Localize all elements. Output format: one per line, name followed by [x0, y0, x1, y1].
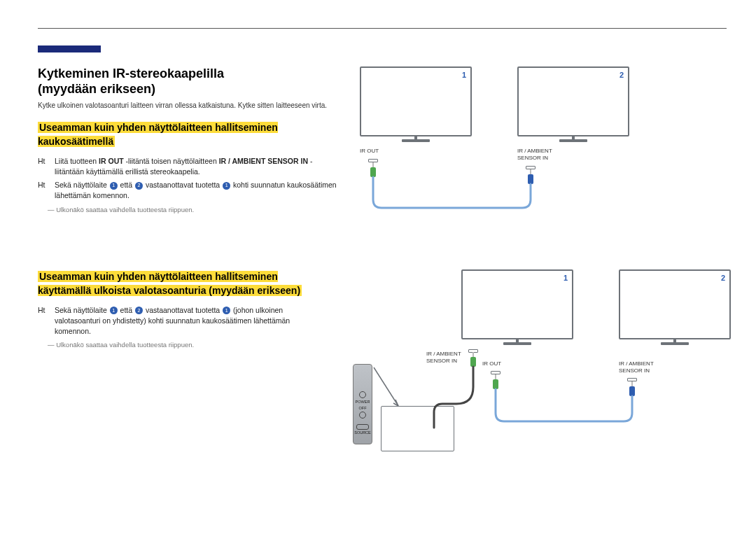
section-2-heading: Useamman kuin yhden näyttölaitteen halli…: [38, 269, 318, 298]
diagram-1-canvas: 1 2 IR OUT IR / AMBIENT SENSOR IN: [360, 66, 727, 227]
t: että: [118, 181, 134, 189]
label-iramb: IR / AMBIENT: [517, 148, 552, 154]
t: vastaanottavat tuotetta: [144, 306, 222, 314]
badge-1d: 1: [223, 307, 230, 314]
page-content: Kytkeminen IR-stereokaapelilla (myydään …: [38, 66, 727, 479]
section-1-heading: Useamman kuin yhden näyttölaitteen halli…: [38, 120, 339, 149]
t: -liitäntä toisen näyttölaitteen: [124, 157, 219, 165]
title-line1: Kytkeminen IR-stereokaapelilla: [38, 66, 224, 80]
intro-text: Kytke ulkoinen valotasoanturi laitteen v…: [38, 101, 339, 111]
t: vastaanottavat tuotetta: [144, 181, 222, 189]
diagram-2: 1 2 IR / AMBIENT SENSOR IN IR OUT IR / A…: [339, 269, 727, 479]
badge-1b: 1: [223, 182, 230, 190]
label-irout: IR OUT: [360, 148, 379, 154]
step-marker: Ht: [38, 305, 49, 337]
step-1b-body: Sekä näyttölaite 1 että 2 vastaanottavat…: [55, 305, 318, 337]
title-line2: (myydään erikseen): [38, 82, 155, 96]
t: Liitä tuotteen: [55, 157, 99, 165]
diagram-1: 1 2 IR OUT IR / AMBIENT SENSOR IN: [360, 66, 727, 227]
step-1-body: Liitä tuotteen IR OUT -liitäntä toisen n…: [55, 156, 339, 177]
monitor-2-num: 2: [620, 71, 624, 79]
badge-2c: 2: [135, 307, 143, 314]
t: Sekä näyttölaite: [55, 181, 109, 189]
bold-irout: IR OUT: [99, 157, 124, 165]
badge-1: 1: [110, 182, 118, 190]
section-1-row: Kytkeminen IR-stereokaapelilla (myydään …: [38, 66, 727, 227]
badge-2: 2: [135, 182, 143, 190]
stand-base: [402, 139, 430, 142]
blue-tab: [38, 45, 101, 52]
note-2: Ulkonäkö saattaa vaihdella tuotteesta ri…: [48, 341, 318, 349]
stand-base: [559, 139, 587, 142]
step-1b: Ht Sekä näyttölaite 1 että 2 vastaanotta…: [38, 305, 318, 337]
badge-1c: 1: [110, 307, 118, 314]
top-rule: [38, 28, 727, 29]
section-2-heading-text: Useamman kuin yhden näyttölaitteen halli…: [38, 271, 302, 296]
monitor-1: 1: [360, 66, 472, 136]
step-marker: Ht: [38, 180, 49, 201]
section-1-steps: Ht Liitä tuotteen IR OUT -liitäntä toise…: [38, 156, 339, 202]
bold-iramb: IR / AMBIENT SENSOR IN: [219, 157, 308, 165]
section-2-text: Useamman kuin yhden näyttölaitteen halli…: [38, 269, 318, 479]
cable-1: [360, 157, 640, 227]
diagram-2-canvas: 1 2 IR / AMBIENT SENSOR IN IR OUT IR / A…: [339, 269, 727, 479]
step-2: Ht Sekä näyttölaite 1 että 2 vastaanotta…: [38, 180, 339, 201]
step-marker: Ht: [38, 156, 49, 177]
section-1-heading-text: Useamman kuin yhden näyttölaitteen halli…: [38, 122, 278, 147]
section-1-text: Kytkeminen IR-stereokaapelilla (myydään …: [38, 66, 339, 227]
note-1: Ulkonäkö saattaa vaihdella tuotteesta ri…: [48, 206, 339, 213]
t: Sekä näyttölaite: [55, 306, 109, 314]
section-2-steps: Ht Sekä näyttölaite 1 että 2 vastaanotta…: [38, 305, 318, 337]
step-1: Ht Liitä tuotteen IR OUT -liitäntä toise…: [38, 156, 339, 177]
monitor-2: 2: [517, 66, 629, 136]
section-2-row: Useamman kuin yhden näyttölaitteen halli…: [38, 269, 727, 479]
t: että: [118, 306, 134, 314]
cables-2: [339, 269, 745, 479]
page-title: Kytkeminen IR-stereokaapelilla (myydään …: [38, 66, 339, 97]
step-2-body: Sekä näyttölaite 1 että 2 vastaanottavat…: [55, 180, 339, 201]
monitor-1-num: 1: [462, 71, 466, 79]
